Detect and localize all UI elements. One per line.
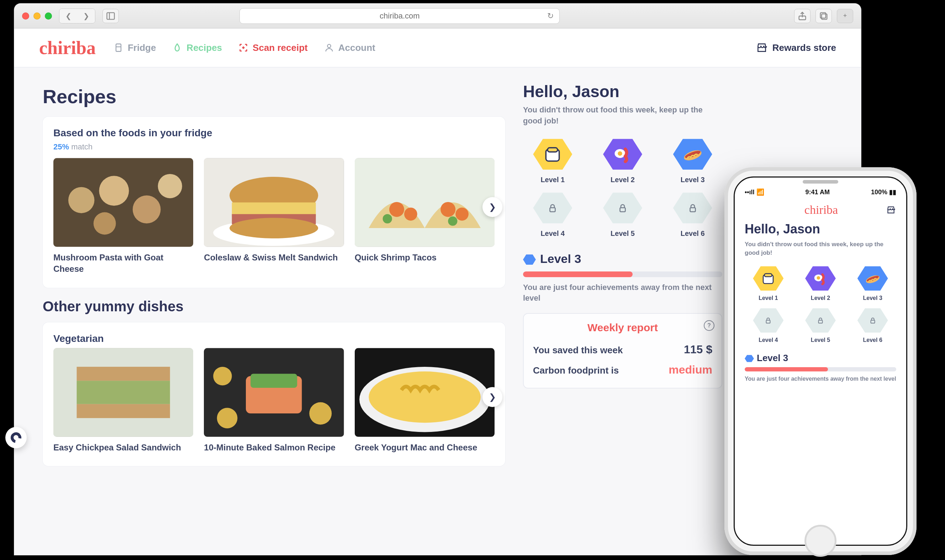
match-pct: 25% [53,142,69,151]
greeting: Hello, Jason [523,82,722,101]
svg-point-36 [214,367,232,385]
nav-recipes[interactable]: Recipes [172,42,222,53]
signal-icon: ••ıll 📶 [745,188,764,196]
hotdog-icon [857,265,888,292]
fridge-card-heading: Based on the foods in your fridge [53,128,494,139]
recipe-tile[interactable]: Coleslaw & Swiss Melt Sandwich [204,158,344,275]
match-word: match [71,142,92,151]
recipe-tile[interactable]: Easy Chickpea Salad Sandwich [53,348,193,453]
phone-screen: ••ıll 📶 9:41 AM 100% ▮▮ chiriba Hello, J… [734,177,907,546]
current-level-label: Level 3 [757,352,788,363]
recipe-image-coleslaw-melt [204,158,344,247]
sidebar-toggle-button[interactable] [103,9,119,23]
recipe-image-mac-cheese [355,348,494,437]
recipe-image-shrimp-tacos [355,158,494,247]
match-label: 25% match [53,142,494,152]
back-button[interactable]: ❮ [59,9,77,23]
recipe-tile[interactable]: Greek Yogurt Mac and Cheese [355,348,494,453]
hexagon-icon [745,355,754,363]
nav-recipes-label: Recipes [186,42,222,53]
current-level-heading: Level 3 [745,352,896,364]
level-label: Level 6 [849,337,896,343]
new-tab-button[interactable]: + [837,9,853,23]
level-badge-5[interactable]: Level 5 [797,307,844,343]
current-level-label: Level 3 [540,252,581,265]
reload-icon[interactable]: ↻ [547,11,554,21]
fullscreen-window-button[interactable] [45,12,52,20]
minimize-window-button[interactable] [34,12,40,20]
level-badge-4[interactable]: Level 4 [523,191,582,238]
svg-point-45 [618,151,622,156]
svg-point-9 [327,45,331,48]
level-badge-4[interactable]: Level 4 [745,307,792,343]
nav-rewards-store[interactable]: Rewards store [756,42,836,53]
svg-rect-52 [765,274,772,277]
window-controls [22,12,52,20]
level-label: Level 4 [745,337,792,343]
main-nav: Fridge Recipes Scan receipt Account [114,42,376,53]
report-carbon-value: medium [668,363,712,377]
recipe-tile[interactable]: 10-Minute Baked Salmon Recipe [204,348,344,453]
greeting-subtitle: You didn't throw out food this week, kee… [523,105,722,127]
weekly-report-card: ? Weekly report You saved this week 115 … [523,313,722,389]
svg-rect-59 [871,320,874,323]
fridge-recipe-row: Mushroom Pasta with Goat Cheese Coleslaw… [53,158,494,275]
level-badge-5[interactable]: Level 5 [593,191,653,238]
lock-icon [603,191,642,225]
recipe-image-mushroom-pasta [53,158,193,247]
tabs-button[interactable] [816,9,832,23]
vegetarian-card: Vegetarian Easy Chickpea Salad Sandwich … [43,322,505,466]
nav-scan-receipt[interactable]: Scan receipt [239,42,308,53]
level-badge-3[interactable]: Level 3 [663,137,722,184]
level-badge-1[interactable]: Level 1 [745,265,792,302]
level-badge-2[interactable]: Level 2 [593,137,653,184]
svg-rect-22 [355,158,494,246]
forward-button[interactable]: ❯ [77,9,95,23]
svg-rect-35 [251,374,297,388]
toast-icon [533,137,572,171]
close-window-button[interactable] [22,12,29,20]
nav-fridge-label: Fridge [128,42,156,53]
nav-account[interactable]: Account [324,42,376,53]
greeting-subtitle: You didn't throw out food this week, kee… [745,240,896,257]
recipe-title: Quick Shrimp Tacos [355,252,494,263]
lock-icon [753,307,783,334]
nav-fridge[interactable]: Fridge [114,42,156,53]
eggs-bacon-icon [603,137,642,171]
carousel-next-button[interactable]: ❯ [482,387,502,407]
safari-toolbar: ❮ ❯ chiriba.com ↻ + [14,3,861,28]
level-badge-1[interactable]: Level 1 [523,137,582,184]
brand-logo[interactable]: chiriba [39,37,96,58]
svg-rect-48 [550,208,556,211]
carousel-next-button[interactable]: ❯ [482,197,502,217]
address-bar[interactable]: chiriba.com ↻ [239,8,560,24]
recipe-tile[interactable]: Mushroom Pasta with Goat Cheese [53,158,193,275]
level-progress-fill [523,271,633,277]
achievement-levels: Level 1 Level 2 Level 3 [745,265,896,343]
lock-icon [805,307,836,334]
level-badge-3[interactable]: Level 3 [849,265,896,302]
chat-widget-button[interactable] [5,427,27,448]
hotdog-icon [673,137,712,171]
report-row-carbon: Carbon foodprint is medium [533,360,712,380]
lock-icon [673,191,712,225]
level-progress-bar [523,271,722,277]
level-badge-6[interactable]: Level 6 [849,307,896,343]
level-badge-6[interactable]: Level 6 [663,191,722,238]
share-button[interactable] [794,9,811,23]
phone-home-button[interactable] [805,525,836,557]
brand-logo[interactable]: chiriba [805,203,838,217]
recipe-image-baked-salmon [204,348,344,437]
recipe-tile[interactable]: Quick Shrimp Tacos [355,158,494,275]
help-icon[interactable]: ? [704,320,714,331]
account-icon [324,43,334,53]
page-title: Recipes [43,85,505,108]
svg-point-37 [309,402,332,425]
svg-rect-49 [620,208,625,211]
report-saved-label: You saved this week [533,345,623,356]
store-icon[interactable] [886,205,896,215]
level-badge-2[interactable]: Level 2 [797,265,844,302]
svg-rect-4 [820,12,826,18]
svg-rect-5 [116,44,121,52]
svg-point-27 [382,214,392,223]
